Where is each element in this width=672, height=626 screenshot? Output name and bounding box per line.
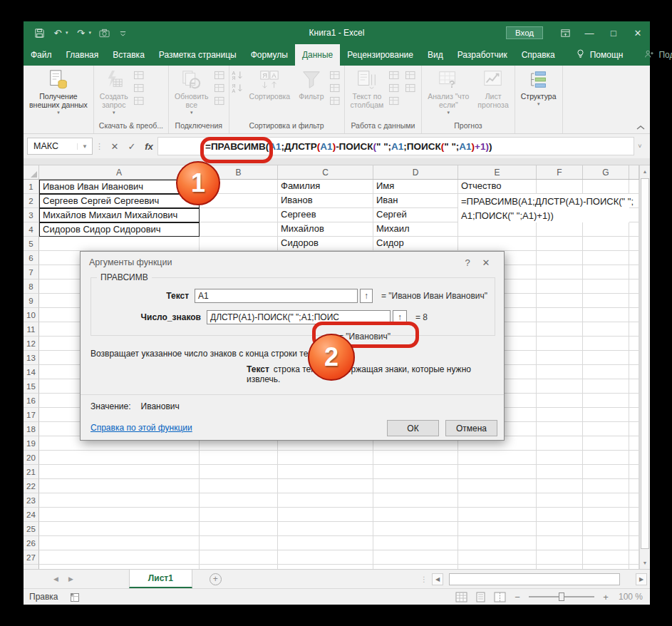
signin-button[interactable]: Вход: [506, 26, 543, 39]
expand-formula-bar-icon[interactable]: ˅: [634, 143, 646, 150]
outline-button[interactable]: Структура▾: [517, 67, 560, 109]
row-header-25[interactable]: 25: [24, 522, 39, 536]
row-header-6[interactable]: 6: [24, 251, 39, 265]
cell-C23[interactable]: [278, 493, 373, 508]
cell-D25[interactable]: [373, 522, 458, 536]
cell-G21[interactable]: [583, 465, 629, 479]
cell-A24[interactable]: [39, 508, 200, 522]
tab-Вид[interactable]: Вид: [420, 44, 450, 66]
cell-D26[interactable]: [373, 536, 458, 550]
column-header-G[interactable]: G: [583, 165, 629, 179]
cell-G19[interactable]: [583, 436, 629, 451]
cell-D20[interactable]: [373, 451, 458, 465]
undo-dropdown-icon[interactable]: ▾: [66, 30, 68, 36]
cell-C1[interactable]: Фамилия: [278, 180, 373, 194]
tab-Главная[interactable]: Главная: [59, 44, 106, 66]
cell-G25[interactable]: [583, 522, 629, 536]
column-header-E[interactable]: E: [458, 165, 537, 179]
cell-E26[interactable]: [458, 536, 537, 550]
cell-A5[interactable]: [39, 237, 200, 251]
scroll-up-icon[interactable]: ▲: [640, 165, 650, 178]
scroll-down-icon[interactable]: ▼: [640, 557, 650, 569]
sort-az-icon[interactable]: АЯ: [232, 70, 244, 81]
next-sheet-icon[interactable]: ▶: [68, 575, 73, 583]
column-header-C[interactable]: C: [278, 165, 373, 179]
row-header-20[interactable]: 20: [24, 451, 39, 465]
cell-G1[interactable]: [583, 180, 629, 194]
data-validation-icon[interactable]: [388, 83, 401, 93]
cell-D5[interactable]: Сидор: [373, 237, 458, 251]
tab-Разработчик[interactable]: Разработчик: [450, 44, 515, 66]
tab-file[interactable]: Файл: [24, 44, 59, 66]
page-layout-view-icon[interactable]: [475, 592, 487, 602]
cell-B26[interactable]: [200, 536, 278, 550]
cell-D27[interactable]: [373, 550, 458, 565]
cell-F25[interactable]: [537, 522, 583, 536]
row-header-17[interactable]: 17: [24, 408, 39, 422]
macro-record-icon[interactable]: [68, 591, 80, 602]
cell-C3[interactable]: Сергеев: [278, 208, 373, 222]
cell-G10[interactable]: [583, 308, 629, 322]
recent-sources-icon[interactable]: [133, 70, 146, 81]
cell-G6[interactable]: [583, 251, 629, 265]
cell-E20[interactable]: [458, 451, 537, 465]
cell-G26[interactable]: [583, 536, 629, 550]
cell-G18[interactable]: [583, 422, 629, 436]
row-header-7[interactable]: 7: [24, 265, 39, 279]
cell-G8[interactable]: [583, 279, 629, 294]
clear-filter-icon[interactable]: [329, 70, 342, 81]
cell-B27[interactable]: [200, 550, 278, 565]
cell-A27[interactable]: [39, 550, 200, 565]
undo-icon[interactable]: ↶: [52, 27, 63, 39]
cell-F15[interactable]: [537, 379, 583, 394]
cell-D21[interactable]: [373, 465, 458, 479]
properties-icon[interactable]: [214, 83, 227, 93]
dialog-help-icon[interactable]: ?: [458, 257, 477, 268]
cell-F26[interactable]: [537, 536, 583, 550]
cell-B25[interactable]: [200, 522, 278, 536]
cell-F6[interactable]: [537, 251, 583, 265]
cell-E23[interactable]: [458, 493, 537, 508]
tellme-help[interactable]: Помощн: [569, 44, 629, 66]
dialog-close-icon[interactable]: ✕: [477, 257, 495, 268]
cell-G11[interactable]: [583, 322, 629, 337]
row-header-28[interactable]: 28: [24, 565, 39, 569]
refresh-preview-icon[interactable]: [133, 96, 146, 106]
row-header-15[interactable]: 15: [24, 379, 39, 394]
sort-za-icon[interactable]: ЯА: [232, 83, 244, 93]
vertical-scrollbar-thumb[interactable]: [641, 178, 649, 549]
horizontal-scrollbar-thumb[interactable]: [449, 573, 620, 585]
cell-E1[interactable]: Отчество: [458, 180, 537, 194]
hscroll-right-icon[interactable]: ▶: [636, 573, 647, 585]
column-header-D[interactable]: D: [373, 165, 458, 179]
cell-A28[interactable]: [39, 565, 200, 569]
cell-C27[interactable]: [278, 550, 373, 565]
zoom-in-icon[interactable]: +: [601, 592, 610, 602]
cell-D23[interactable]: [373, 493, 458, 508]
reapply-icon[interactable]: [329, 83, 342, 93]
close-button[interactable]: ✕: [626, 21, 650, 44]
horizontal-scrollbar[interactable]: [448, 573, 631, 585]
add-sheet-button[interactable]: +: [210, 573, 222, 585]
row-header-5[interactable]: 5: [24, 237, 39, 251]
cell-G27[interactable]: [583, 550, 629, 565]
share-button[interactable]: Поделиться: [639, 44, 672, 66]
cell-F23[interactable]: [537, 493, 583, 508]
cell-D2[interactable]: Иван: [373, 194, 458, 208]
cell-F4[interactable]: [537, 222, 583, 237]
row-header-11[interactable]: 11: [24, 322, 39, 337]
cell-C20[interactable]: [278, 451, 373, 465]
cell-A20[interactable]: [39, 451, 200, 465]
relationships-icon[interactable]: [388, 96, 401, 106]
sheet-tab-list1[interactable]: Лист1: [129, 570, 192, 588]
collapse-ribbon-icon[interactable]: [636, 121, 647, 131]
cell-D4[interactable]: Михаил: [373, 222, 458, 237]
cell-F28[interactable]: [537, 565, 583, 569]
cell-E22[interactable]: [458, 479, 537, 493]
row-header-24[interactable]: 24: [24, 508, 39, 522]
cell-A26[interactable]: [39, 536, 200, 550]
tab-split-handle[interactable]: ⋮: [420, 575, 428, 583]
row-header-4[interactable]: 4: [24, 222, 39, 237]
cell-G7[interactable]: [583, 265, 629, 279]
cell-D24[interactable]: [373, 508, 458, 522]
